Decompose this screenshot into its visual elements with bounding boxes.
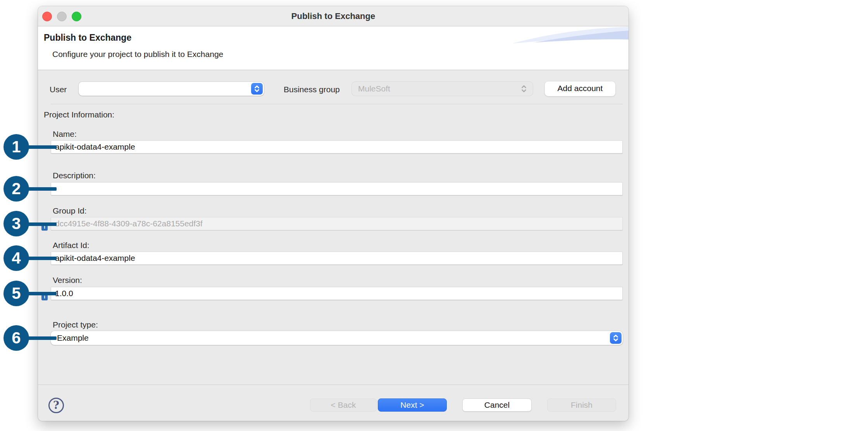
back-button[interactable]: < Back xyxy=(310,398,377,412)
business-group-select[interactable]: MuleSoft xyxy=(352,82,533,96)
window-title: Publish to Exchange xyxy=(38,6,629,26)
callout-badge-3: 3 xyxy=(3,211,29,236)
publish-to-exchange-dialog: Publish to Exchange Publish to Exchange … xyxy=(38,6,629,421)
callout-connector-1 xyxy=(26,145,57,149)
name-label: Name: xyxy=(53,129,77,139)
wizard-header: Publish to Exchange Configure your proje… xyxy=(38,26,629,70)
next-button[interactable]: Next > xyxy=(378,398,447,412)
question-mark-icon: ? xyxy=(53,399,59,411)
project-type-select-value: Example xyxy=(57,331,89,345)
chevron-up-down-icon xyxy=(520,83,528,95)
callout-connector-5 xyxy=(26,292,57,295)
help-button[interactable]: ? xyxy=(48,398,64,413)
version-input[interactable] xyxy=(51,287,623,300)
description-input[interactable] xyxy=(51,182,623,195)
version-label: Version: xyxy=(53,276,82,285)
titlebar: Publish to Exchange xyxy=(38,6,629,26)
artifact-id-input[interactable] xyxy=(51,252,623,265)
project-type-label: Project type: xyxy=(53,320,98,329)
name-input[interactable] xyxy=(51,140,623,153)
user-label: User xyxy=(50,85,67,94)
header-banner-swoosh xyxy=(512,26,629,44)
callout-badge-6: 6 xyxy=(3,325,29,351)
callout-connector-2 xyxy=(26,187,57,191)
page-description: Configure your project to publish it to … xyxy=(52,50,223,59)
business-group-label: Business group xyxy=(284,85,340,94)
chevron-up-down-icon xyxy=(251,83,263,95)
business-group-select-value: MuleSoft xyxy=(358,82,390,96)
callout-connector-3 xyxy=(26,222,57,226)
section-divider xyxy=(51,104,623,104)
callout-badge-4: 4 xyxy=(3,245,29,271)
group-id-input xyxy=(51,217,623,230)
chevron-up-down-icon xyxy=(610,332,622,344)
cancel-button[interactable]: Cancel xyxy=(462,398,532,412)
project-information-label: Project Information: xyxy=(44,110,114,119)
callout-connector-4 xyxy=(26,257,57,260)
description-label: Description: xyxy=(53,171,96,180)
add-account-button[interactable]: Add account xyxy=(544,81,616,97)
group-id-label: Group Id: xyxy=(53,206,87,216)
callout-badge-5: 5 xyxy=(3,281,29,306)
button-bar: ? < Back Next > Cancel Finish xyxy=(38,384,629,421)
artifact-id-label: Artifact Id: xyxy=(53,241,90,250)
callout-badge-2: 2 xyxy=(3,176,29,202)
user-select[interactable] xyxy=(79,82,264,96)
callout-connector-6 xyxy=(26,336,57,340)
project-type-select[interactable]: Example xyxy=(51,331,623,345)
page-title: Publish to Exchange xyxy=(44,33,131,43)
callout-badge-1: 1 xyxy=(3,134,29,160)
screen: Publish to Exchange Publish to Exchange … xyxy=(0,0,868,431)
finish-button[interactable]: Finish xyxy=(547,398,616,412)
